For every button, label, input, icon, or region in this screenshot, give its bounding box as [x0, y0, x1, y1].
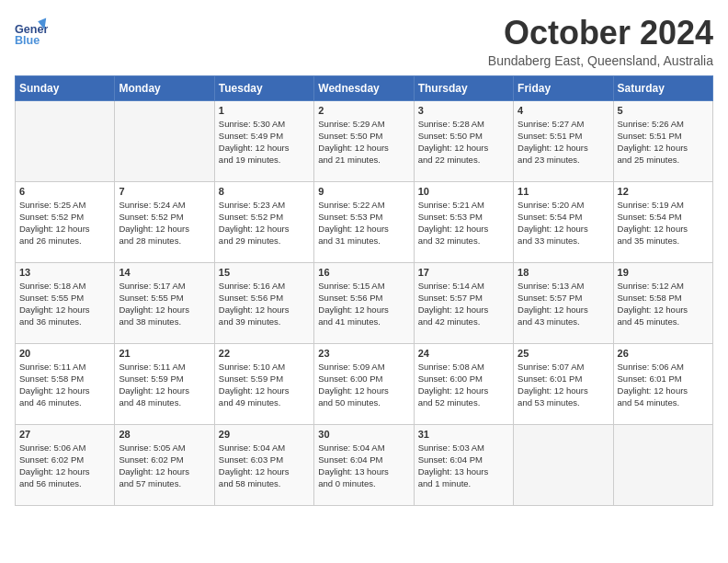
calendar-cell: 31Sunrise: 5:03 AM Sunset: 6:04 PM Dayli…	[414, 424, 513, 505]
calendar-cell: 1Sunrise: 5:30 AM Sunset: 5:49 PM Daylig…	[214, 100, 313, 181]
calendar-cell: 19Sunrise: 5:12 AM Sunset: 5:58 PM Dayli…	[613, 262, 712, 343]
calendar-cell: 29Sunrise: 5:04 AM Sunset: 6:03 PM Dayli…	[214, 424, 313, 505]
day-info: Sunrise: 5:13 AM Sunset: 5:57 PM Dayligh…	[518, 280, 609, 328]
calendar-cell: 27Sunrise: 5:06 AM Sunset: 6:02 PM Dayli…	[16, 424, 115, 505]
calendar-cell: 21Sunrise: 5:11 AM Sunset: 5:59 PM Dayli…	[115, 343, 214, 424]
header-monday: Monday	[115, 75, 214, 100]
day-number: 23	[318, 348, 409, 359]
day-number: 30	[318, 429, 409, 440]
day-info: Sunrise: 5:06 AM Sunset: 6:02 PM Dayligh…	[19, 442, 110, 490]
day-number: 25	[518, 348, 609, 359]
day-info: Sunrise: 5:20 AM Sunset: 5:54 PM Dayligh…	[518, 199, 609, 247]
calendar-cell: 20Sunrise: 5:11 AM Sunset: 5:58 PM Dayli…	[16, 343, 115, 424]
day-info: Sunrise: 5:24 AM Sunset: 5:52 PM Dayligh…	[119, 199, 210, 247]
header-wednesday: Wednesday	[314, 75, 414, 100]
day-info: Sunrise: 5:18 AM Sunset: 5:55 PM Dayligh…	[19, 280, 110, 328]
calendar-cell	[613, 424, 712, 505]
day-info: Sunrise: 5:04 AM Sunset: 6:04 PM Dayligh…	[318, 442, 409, 490]
calendar-week-1: 1Sunrise: 5:30 AM Sunset: 5:49 PM Daylig…	[16, 100, 713, 181]
calendar-cell: 16Sunrise: 5:15 AM Sunset: 5:56 PM Dayli…	[314, 262, 414, 343]
day-number: 13	[19, 267, 110, 278]
calendar-cell	[514, 424, 613, 505]
day-number: 4	[518, 105, 609, 116]
calendar-week-3: 13Sunrise: 5:18 AM Sunset: 5:55 PM Dayli…	[16, 262, 713, 343]
calendar-cell: 9Sunrise: 5:22 AM Sunset: 5:53 PM Daylig…	[314, 181, 414, 262]
calendar-cell: 18Sunrise: 5:13 AM Sunset: 5:57 PM Dayli…	[514, 262, 613, 343]
day-number: 14	[119, 267, 210, 278]
day-number: 1	[219, 105, 310, 116]
calendar-cell: 22Sunrise: 5:10 AM Sunset: 5:59 PM Dayli…	[214, 343, 313, 424]
location: Bundaberg East, Queensland, Australia	[488, 53, 713, 68]
day-info: Sunrise: 5:21 AM Sunset: 5:53 PM Dayligh…	[418, 199, 509, 247]
day-info: Sunrise: 5:10 AM Sunset: 5:59 PM Dayligh…	[219, 361, 310, 409]
header-thursday: Thursday	[414, 75, 513, 100]
day-info: Sunrise: 5:08 AM Sunset: 6:00 PM Dayligh…	[418, 361, 509, 409]
day-number: 18	[518, 267, 609, 278]
day-info: Sunrise: 5:12 AM Sunset: 5:58 PM Dayligh…	[618, 280, 709, 328]
month-title: October 2024	[488, 15, 713, 52]
day-number: 9	[318, 186, 409, 197]
day-number: 28	[119, 429, 210, 440]
calendar-week-2: 6Sunrise: 5:25 AM Sunset: 5:52 PM Daylig…	[16, 181, 713, 262]
day-info: Sunrise: 5:05 AM Sunset: 6:02 PM Dayligh…	[119, 442, 210, 490]
header-saturday: Saturday	[613, 75, 712, 100]
day-info: Sunrise: 5:16 AM Sunset: 5:56 PM Dayligh…	[219, 280, 310, 328]
calendar-cell: 10Sunrise: 5:21 AM Sunset: 5:53 PM Dayli…	[414, 181, 513, 262]
day-info: Sunrise: 5:25 AM Sunset: 5:52 PM Dayligh…	[19, 199, 110, 247]
day-number: 31	[418, 429, 509, 440]
calendar-cell: 5Sunrise: 5:26 AM Sunset: 5:51 PM Daylig…	[613, 100, 712, 181]
header-sunday: Sunday	[16, 75, 115, 100]
logo-icon: General Blue	[15, 15, 48, 48]
day-number: 27	[19, 429, 110, 440]
day-info: Sunrise: 5:26 AM Sunset: 5:51 PM Dayligh…	[618, 118, 709, 167]
day-number: 19	[618, 267, 709, 278]
day-info: Sunrise: 5:30 AM Sunset: 5:49 PM Dayligh…	[219, 118, 310, 167]
day-number: 7	[119, 186, 210, 197]
day-info: Sunrise: 5:29 AM Sunset: 5:50 PM Dayligh…	[318, 118, 409, 167]
calendar-cell	[16, 100, 115, 181]
calendar-cell: 4Sunrise: 5:27 AM Sunset: 5:51 PM Daylig…	[514, 100, 613, 181]
calendar-table: Sunday Monday Tuesday Wednesday Thursday…	[15, 75, 713, 506]
calendar-week-4: 20Sunrise: 5:11 AM Sunset: 5:58 PM Dayli…	[16, 343, 713, 424]
day-number: 22	[219, 348, 310, 359]
calendar-cell: 12Sunrise: 5:19 AM Sunset: 5:54 PM Dayli…	[613, 181, 712, 262]
day-info: Sunrise: 5:04 AM Sunset: 6:03 PM Dayligh…	[219, 442, 310, 490]
title-block: October 2024 Bundaberg East, Queensland,…	[488, 15, 713, 68]
calendar-cell: 23Sunrise: 5:09 AM Sunset: 6:00 PM Dayli…	[314, 343, 414, 424]
calendar-cell: 8Sunrise: 5:23 AM Sunset: 5:52 PM Daylig…	[214, 181, 313, 262]
day-number: 5	[618, 105, 709, 116]
day-number: 21	[119, 348, 210, 359]
day-info: Sunrise: 5:17 AM Sunset: 5:55 PM Dayligh…	[119, 280, 210, 328]
calendar-cell: 17Sunrise: 5:14 AM Sunset: 5:57 PM Dayli…	[414, 262, 513, 343]
day-number: 20	[19, 348, 110, 359]
day-info: Sunrise: 5:07 AM Sunset: 6:01 PM Dayligh…	[518, 361, 609, 409]
day-info: Sunrise: 5:19 AM Sunset: 5:54 PM Dayligh…	[618, 199, 709, 247]
day-info: Sunrise: 5:27 AM Sunset: 5:51 PM Dayligh…	[518, 118, 609, 167]
day-info: Sunrise: 5:14 AM Sunset: 5:57 PM Dayligh…	[418, 280, 509, 328]
calendar-cell: 30Sunrise: 5:04 AM Sunset: 6:04 PM Dayli…	[314, 424, 414, 505]
day-info: Sunrise: 5:09 AM Sunset: 6:00 PM Dayligh…	[318, 361, 409, 409]
day-number: 17	[418, 267, 509, 278]
calendar-cell: 11Sunrise: 5:20 AM Sunset: 5:54 PM Dayli…	[514, 181, 613, 262]
calendar-cell: 26Sunrise: 5:06 AM Sunset: 6:01 PM Dayli…	[613, 343, 712, 424]
day-info: Sunrise: 5:28 AM Sunset: 5:50 PM Dayligh…	[418, 118, 509, 167]
calendar-cell: 6Sunrise: 5:25 AM Sunset: 5:52 PM Daylig…	[16, 181, 115, 262]
header-friday: Friday	[514, 75, 613, 100]
day-number: 6	[19, 186, 110, 197]
svg-text:Blue: Blue	[15, 34, 40, 47]
day-number: 10	[418, 186, 509, 197]
calendar-cell: 24Sunrise: 5:08 AM Sunset: 6:00 PM Dayli…	[414, 343, 513, 424]
day-number: 3	[418, 105, 509, 116]
calendar-cell	[115, 100, 214, 181]
day-number: 12	[618, 186, 709, 197]
calendar-cell: 3Sunrise: 5:28 AM Sunset: 5:50 PM Daylig…	[414, 100, 513, 181]
day-number: 2	[318, 105, 409, 116]
calendar-week-5: 27Sunrise: 5:06 AM Sunset: 6:02 PM Dayli…	[16, 424, 713, 505]
calendar-cell: 13Sunrise: 5:18 AM Sunset: 5:55 PM Dayli…	[16, 262, 115, 343]
header-tuesday: Tuesday	[214, 75, 313, 100]
day-number: 29	[219, 429, 310, 440]
logo: General Blue	[15, 15, 51, 48]
day-number: 11	[518, 186, 609, 197]
day-info: Sunrise: 5:15 AM Sunset: 5:56 PM Dayligh…	[318, 280, 409, 328]
calendar-cell: 28Sunrise: 5:05 AM Sunset: 6:02 PM Dayli…	[115, 424, 214, 505]
